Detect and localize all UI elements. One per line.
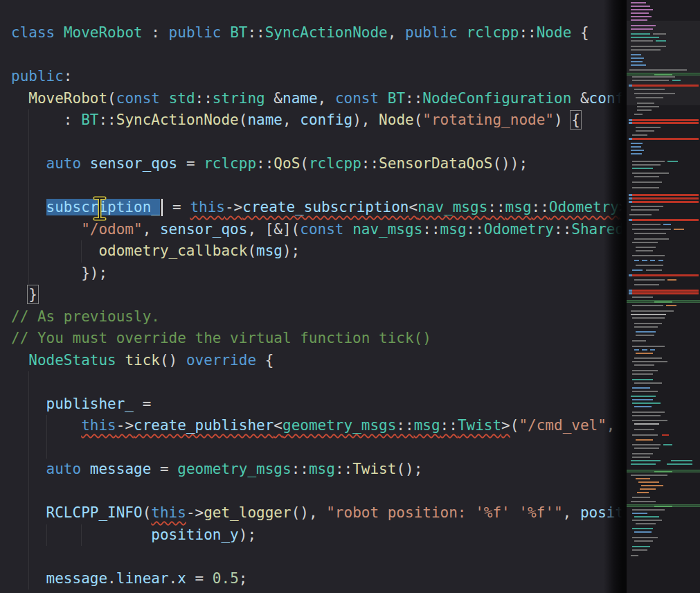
minimap-row	[632, 420, 667, 421]
code-token	[81, 155, 90, 172]
code-token: :	[143, 24, 169, 41]
code-token: (),	[291, 504, 327, 521]
minimap-row	[636, 247, 656, 248]
code-token: geometry_msgs	[282, 417, 396, 434]
code-line[interactable]: publisher_ =	[0, 393, 627, 416]
code-line[interactable]: // As previously.	[0, 306, 627, 328]
code-line[interactable]: class MoveRobot : public BT::SyncActionN…	[0, 22, 627, 44]
minimap-row	[638, 481, 659, 483]
code-token: std	[169, 90, 195, 107]
code-token: msg	[309, 461, 335, 477]
minimap-row	[674, 229, 684, 230]
code-token	[11, 221, 81, 238]
minimap-row	[631, 396, 656, 397]
code-line[interactable]: public:	[0, 66, 627, 88]
code-token: ()	[160, 352, 186, 369]
minimap-row	[631, 6, 650, 7]
code-line[interactable]: auto message = geometry_msgs::msg::Twist…	[0, 459, 627, 481]
code-line[interactable]	[0, 437, 627, 459]
code-token: "/cmd_vel"	[519, 417, 606, 434]
code-token: const	[116, 90, 160, 107]
code-token: );	[239, 526, 256, 543]
minimap-row	[631, 463, 656, 465]
code-token: tick	[125, 352, 160, 369]
minimap-row	[631, 57, 644, 59]
minimap-error-bar	[632, 201, 698, 203]
code-token: ,	[282, 112, 300, 128]
code-line[interactable]: this->create_publisher<geometry_msgs::ms…	[0, 415, 627, 437]
code-token: x	[177, 570, 186, 587]
minimap-row	[631, 209, 658, 211]
code-token	[11, 286, 28, 303]
code-token: Odometry	[484, 221, 554, 238]
minimap-row	[634, 357, 662, 359]
code-token: ::	[256, 155, 273, 172]
minimap-row	[632, 224, 660, 225]
code-line[interactable]	[0, 481, 627, 503]
indent-guide	[28, 481, 29, 503]
minimap[interactable]	[627, 0, 700, 593]
code-token	[11, 570, 46, 587]
minimap-row	[632, 434, 657, 436]
minimap-row	[666, 305, 676, 306]
code-token: Node	[379, 112, 414, 128]
code-token: BT	[81, 112, 98, 128]
code-line[interactable]: "/odom", sensor_qos, [&](const nav_msgs:…	[0, 219, 627, 241]
code-line-text: class MoveRobot : public BT::SyncActionN…	[0, 22, 589, 44]
code-line[interactable]: NodeStatus tick() override {	[0, 350, 627, 372]
minimap-row	[634, 284, 659, 285]
code-token: (	[239, 112, 248, 128]
minimap-row	[631, 153, 642, 154]
code-line[interactable]: });	[0, 263, 627, 285]
minimap-shadow	[604, 0, 627, 593]
code-token: msg	[414, 417, 440, 434]
minimap-row	[636, 523, 656, 524]
code-token: name	[282, 90, 318, 107]
code-line[interactable]: odometry_callback(msg);	[0, 240, 627, 263]
code-token: odometry_callback	[98, 242, 247, 259]
minimap-row	[631, 12, 648, 14]
minimap-row	[641, 485, 663, 486]
code-line[interactable]: position_y);	[0, 524, 627, 547]
code-line[interactable]	[0, 546, 627, 568]
minimap-row	[656, 40, 666, 42]
minimap-row	[632, 537, 657, 538]
code-line[interactable]: // You must override the virtual functio…	[0, 328, 627, 350]
code-line[interactable]: RCLCPP_INFO(this->get_logger(), "robot p…	[0, 502, 627, 524]
code-line[interactable]: message.linear.x = 0.5;	[0, 568, 627, 590]
minimap-row	[632, 340, 645, 342]
minimap-row	[634, 279, 665, 281]
minimap-row	[634, 323, 662, 324]
minimap-highlight-band	[627, 73, 700, 76]
code-line[interactable]	[0, 371, 627, 393]
code-line[interactable]	[0, 44, 627, 67]
minimap-row	[631, 46, 666, 47]
code-line[interactable]	[0, 132, 627, 154]
minimap-row	[631, 143, 643, 144]
minimap-row	[632, 182, 661, 183]
code-line[interactable]: : BT::SyncActionNode(name, config), Node…	[0, 109, 627, 132]
minimap-row	[634, 540, 654, 542]
minimap-row	[631, 37, 658, 38]
code-token: {	[571, 24, 589, 41]
code-token: rclcpp	[467, 24, 519, 41]
code-token: msg	[505, 199, 532, 215]
code-token: // You must override the virtual functio…	[11, 330, 431, 346]
minimap-row	[629, 214, 652, 215]
code-token: ->	[186, 504, 204, 521]
code-editor[interactable]: class MoveRobot : public BT::SyncActionN…	[0, 0, 627, 593]
code-line[interactable]: auto sensor_qos = rclcpp::QoS(rclcpp::Se…	[0, 153, 627, 175]
minimap-error-bar	[632, 194, 698, 196]
code-token: ();	[396, 461, 422, 477]
code-line[interactable]	[0, 175, 627, 197]
code-token: ::	[532, 199, 549, 215]
code-token	[11, 199, 46, 215]
code-line[interactable]: MoveRobot(const std::string &name, const…	[0, 88, 627, 110]
code-token: {	[256, 352, 273, 369]
minimap-row	[632, 415, 660, 416]
indent-guide	[28, 546, 29, 568]
code-token: ::	[335, 461, 352, 477]
minimap-row	[634, 448, 659, 449]
code-line[interactable]: }	[0, 284, 627, 306]
minimap-row	[636, 331, 656, 333]
